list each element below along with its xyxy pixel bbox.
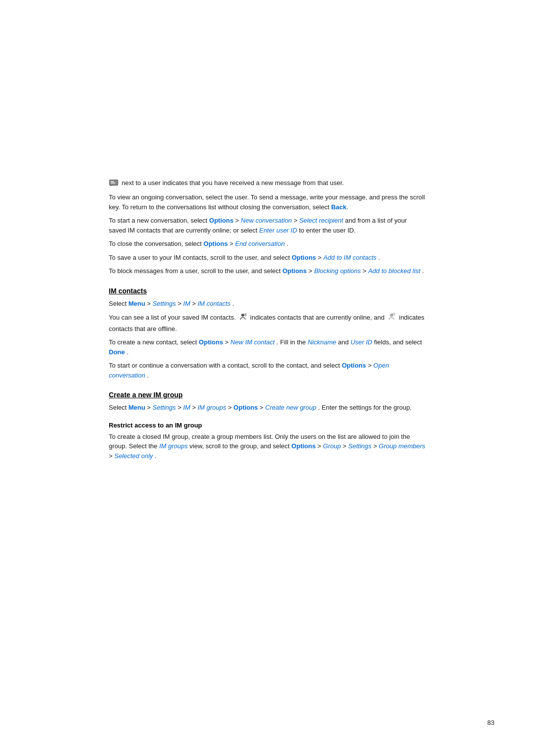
- end-conversation-link[interactable]: End conversation: [235, 240, 284, 247]
- settings-link-1[interactable]: Settings: [153, 300, 176, 307]
- add-to-blocked-list-link[interactable]: Add to blocked list: [368, 267, 421, 275]
- settings-link-3[interactable]: Settings: [348, 442, 371, 450]
- paragraph-new-conversation: To start a new conversation, select Opti…: [109, 216, 425, 235]
- paragraph-save-user: To save a user to your IM contacts, scro…: [109, 253, 425, 263]
- section-restrict-access-heading: Restrict access to an IM group: [109, 422, 425, 429]
- options-link-7[interactable]: Options: [233, 404, 258, 411]
- im-link-2[interactable]: IM: [183, 404, 190, 411]
- intro-paragraph: next to a user indicates that you have r…: [109, 178, 425, 189]
- new-im-contact-link[interactable]: New IM contact: [230, 338, 275, 346]
- section-im-contacts-heading: IM contacts: [109, 287, 425, 295]
- im-link-1[interactable]: IM: [183, 300, 190, 307]
- restrict-access-description: To create a closed IM group, create a gr…: [109, 432, 425, 461]
- enter-user-id-link[interactable]: Enter user ID: [259, 227, 297, 234]
- im-contacts-select: Select Menu > Settings > IM > IM contact…: [109, 299, 425, 309]
- message-icon: [109, 179, 119, 189]
- select-recipient-link[interactable]: Select recipient: [299, 217, 343, 224]
- paragraph-block-messages: To block messages from a user, scroll to…: [109, 266, 425, 276]
- back-link[interactable]: Back: [331, 203, 347, 211]
- page-number: 83: [488, 719, 494, 726]
- paragraph-close-conversation: To close the conversation, select Option…: [109, 239, 425, 249]
- options-link-8[interactable]: Options: [291, 442, 315, 450]
- group-members-link[interactable]: Group members: [379, 442, 425, 450]
- svg-rect-4: [111, 183, 115, 184]
- menu-link-2[interactable]: Menu: [129, 404, 145, 411]
- menu-link-1[interactable]: Menu: [129, 300, 145, 307]
- done-link[interactable]: Done: [109, 348, 125, 356]
- options-link-2[interactable]: Options: [204, 240, 228, 247]
- im-contacts-description: You can see a list of your saved IM cont…: [109, 312, 425, 333]
- page: next to a user indicates that you have r…: [0, 0, 534, 756]
- content-area: next to a user indicates that you have r…: [79, 0, 455, 514]
- im-groups-link-2[interactable]: IM groups: [159, 442, 188, 450]
- im-contacts-start-conversation: To start or continue a conversation with…: [109, 361, 425, 380]
- create-im-group-description: Select Menu > Settings > IM > IM groups …: [109, 403, 425, 413]
- create-new-group-link[interactable]: Create new group: [265, 404, 316, 411]
- options-link-3[interactable]: Options: [292, 254, 316, 261]
- options-link-5[interactable]: Options: [199, 338, 223, 346]
- user-id-link-1[interactable]: User ID: [351, 338, 372, 346]
- im-groups-link-1[interactable]: IM groups: [198, 404, 226, 411]
- offline-contacts-icon: [387, 312, 396, 324]
- group-link[interactable]: Group: [323, 442, 341, 450]
- nickname-link[interactable]: Nickname: [308, 338, 336, 346]
- selected-only-link[interactable]: Selected only: [114, 452, 153, 460]
- intro-text: next to a user indicates that you have r…: [122, 178, 344, 188]
- blocking-options-link[interactable]: Blocking options: [314, 267, 361, 275]
- online-contacts-icon: [238, 312, 247, 324]
- new-conversation-link[interactable]: New conversation: [241, 217, 292, 224]
- im-contacts-link-1[interactable]: IM contacts: [198, 300, 230, 307]
- settings-link-2[interactable]: Settings: [153, 404, 176, 411]
- options-link-1[interactable]: Options: [209, 217, 233, 224]
- svg-point-5: [241, 314, 244, 317]
- svg-rect-3: [111, 181, 114, 182]
- section-create-im-group-heading: Create a new IM group: [109, 391, 425, 399]
- paragraph-view-conversation: To view an ongoing conversation, select …: [109, 192, 425, 212]
- options-link-6[interactable]: Options: [342, 362, 366, 369]
- im-contacts-create: To create a new contact, select Options …: [109, 337, 425, 357]
- add-to-im-contacts-link[interactable]: Add to IM contacts: [323, 254, 377, 261]
- svg-marker-2: [110, 186, 112, 186]
- options-link-4[interactable]: Options: [282, 267, 307, 275]
- svg-line-8: [393, 314, 395, 315]
